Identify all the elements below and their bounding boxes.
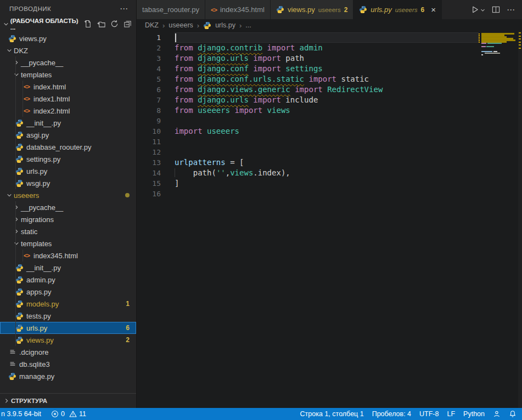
tree-file-__init__.py[interactable]: __init__.py: [0, 117, 136, 129]
tree-file-database_roouter.py[interactable]: database_roouter.py: [0, 141, 136, 153]
tree-file-__init__.py[interactable]: __init__.py: [0, 262, 136, 274]
outline-section-header[interactable]: СТРУКТУРА: [0, 393, 136, 408]
indent-guide: [23, 93, 23, 105]
tree-file-wsgi.py[interactable]: wsgi.py: [0, 177, 136, 189]
code-line-10[interactable]: 10import useeers: [137, 126, 522, 137]
tree-file-admin.py[interactable]: admin.py: [0, 274, 136, 286]
line-content: from django.urls import include: [161, 95, 479, 105]
code-line-5[interactable]: 5from django.conf.urls.static import sta…: [137, 74, 522, 84]
generic-file-icon: [8, 360, 17, 368]
tree-folder-templates[interactable]: templates: [0, 237, 136, 249]
tree-file-tests.py[interactable]: tests.py: [0, 310, 136, 322]
split-editor-icon[interactable]: [492, 5, 500, 14]
code-line-3[interactable]: 3from django.urls import path: [137, 53, 522, 64]
tab-urls.py[interactable]: urls.pyuseeers6×: [353, 0, 442, 19]
tab-tabase_roouter.py[interactable]: tabase_roouter.py: [137, 0, 205, 19]
code-line-6[interactable]: 6from django.views.generic import Redire…: [137, 84, 522, 95]
indent-guide: [15, 129, 16, 141]
line-number: 4: [137, 64, 161, 74]
tree-file-index.html[interactable]: <>index.html: [0, 81, 136, 93]
code-line-1[interactable]: 1: [137, 32, 522, 43]
indent-guide: [15, 69, 16, 81]
code-line-9[interactable]: 9: [137, 116, 522, 126]
token: = [: [226, 158, 244, 167]
code-line-13[interactable]: 13urlpatterns = [: [137, 157, 522, 168]
tree-file-views.py[interactable]: views.py: [0, 32, 136, 44]
status-eol[interactable]: LF: [447, 410, 455, 418]
code-editor[interactable]: 12from django.contrib import admin3from …: [137, 31, 522, 408]
html-file-icon: <>: [211, 7, 217, 13]
indent-guide: [15, 56, 16, 69]
tree-folder-migrations[interactable]: migrations: [0, 213, 136, 225]
code-line-8[interactable]: 8from useeers import views: [137, 105, 522, 116]
status-notifications[interactable]: [509, 410, 517, 418]
minimap[interactable]: [479, 31, 518, 196]
close-icon[interactable]: ×: [431, 5, 436, 14]
tree-folder-static[interactable]: static: [0, 225, 136, 237]
tree-file-settings.py[interactable]: settings.py: [0, 153, 136, 165]
collapse-folders-icon[interactable]: [124, 20, 132, 28]
code-line-12[interactable]: 12: [137, 147, 522, 157]
tree-item-label: migrations: [21, 215, 54, 224]
tree-folder-DKZ[interactable]: DKZ: [0, 44, 136, 56]
status-cursor-position[interactable]: Строка 1, столбец 1: [300, 410, 364, 418]
tree-file-index2.html[interactable]: <>index2.html: [0, 105, 136, 117]
code-line-15[interactable]: 15]: [137, 178, 522, 189]
new-file-icon[interactable]: [84, 20, 92, 28]
current-line-highlight: [175, 32, 479, 43]
new-folder-icon[interactable]: [97, 20, 105, 28]
status-python-interpreter[interactable]: n 3.9.5 64-bit: [1, 410, 41, 418]
minimap-bar: [479, 38, 480, 39]
more-actions-icon[interactable]: ⋯: [507, 5, 515, 15]
tree-file-asgi.py[interactable]: asgi.py: [0, 129, 136, 141]
tree-file-index1.html[interactable]: <>index1.html: [0, 93, 136, 105]
status-feedback[interactable]: [493, 410, 501, 418]
tree-file-.dcignore[interactable]: .dcignore: [0, 346, 136, 358]
breadcrumb-separator: ›: [239, 21, 242, 30]
line-number: 13: [137, 157, 161, 168]
chevron-right-icon: [2, 398, 11, 404]
tree-file-models.py[interactable]: models.py1: [0, 298, 136, 310]
breadcrumb-item[interactable]: urls.py: [215, 21, 235, 29]
code-line-7[interactable]: 7from django.urls import include: [137, 95, 522, 105]
tree-file-urls.py[interactable]: urls.py6: [0, 322, 136, 334]
tree-item-label: views.py: [19, 35, 47, 43]
code-line-16[interactable]: 16: [137, 189, 522, 199]
tree-file-apps.py[interactable]: apps.py: [0, 286, 136, 298]
explorer-more-actions-icon[interactable]: ⋯: [120, 4, 128, 14]
code-line-4[interactable]: 4from django.conf import settings: [137, 64, 522, 74]
code-line-11[interactable]: 11: [137, 137, 522, 147]
status-encoding[interactable]: UTF-8: [419, 410, 439, 418]
tree-file-index345.html[interactable]: <>index345.html: [0, 249, 136, 262]
tab-index345.html[interactable]: <>index345.html: [205, 0, 271, 19]
code-line-2[interactable]: 2from django.contrib import admin: [137, 43, 522, 53]
status-indentation[interactable]: Пробелов: 4: [372, 410, 411, 418]
tree-file-db.sqlite3[interactable]: db.sqlite3: [0, 358, 136, 370]
refresh-explorer-icon[interactable]: [110, 20, 119, 28]
tree-file-manage.py[interactable]: manage.py: [0, 370, 136, 382]
tree-item-label: index345.html: [33, 252, 78, 260]
line-content: ]: [161, 178, 479, 189]
breadcrumb-item[interactable]: useeers: [169, 21, 193, 29]
tree-folder-templates[interactable]: templates: [0, 69, 136, 81]
workspace-section-header[interactable]: (РАБОЧАЯ ОБЛАСТЬ) ...: [0, 17, 136, 31]
tree-folder-useeers[interactable]: useeers: [0, 189, 136, 201]
python-file-icon: [15, 336, 24, 344]
chevron-right-icon: [12, 217, 21, 222]
chevron-right-icon: [12, 60, 21, 65]
indent-guide: [15, 117, 16, 129]
token: import: [304, 75, 341, 83]
tab-label: views.py: [288, 5, 315, 14]
overview-ruler[interactable]: [518, 31, 522, 408]
tree-folder-__pycache__[interactable]: __pycache__: [0, 201, 136, 213]
status-problems[interactable]: 011: [51, 410, 86, 418]
tab-views.py[interactable]: views.pyuseeers2: [271, 0, 353, 19]
breadcrumb-item[interactable]: DKZ: [145, 21, 159, 29]
tree-file-urls.py[interactable]: urls.py: [0, 165, 136, 177]
tree-file-views.py[interactable]: views.py2: [0, 334, 136, 346]
tree-folder-__pycache__[interactable]: __pycache__: [0, 56, 136, 69]
code-line-14[interactable]: 14 path('',views.index),: [137, 168, 522, 178]
status-language-mode[interactable]: Python: [463, 410, 485, 418]
breadcrumb-item[interactable]: ...: [245, 21, 251, 29]
run-python-file-button[interactable]: [471, 5, 485, 15]
